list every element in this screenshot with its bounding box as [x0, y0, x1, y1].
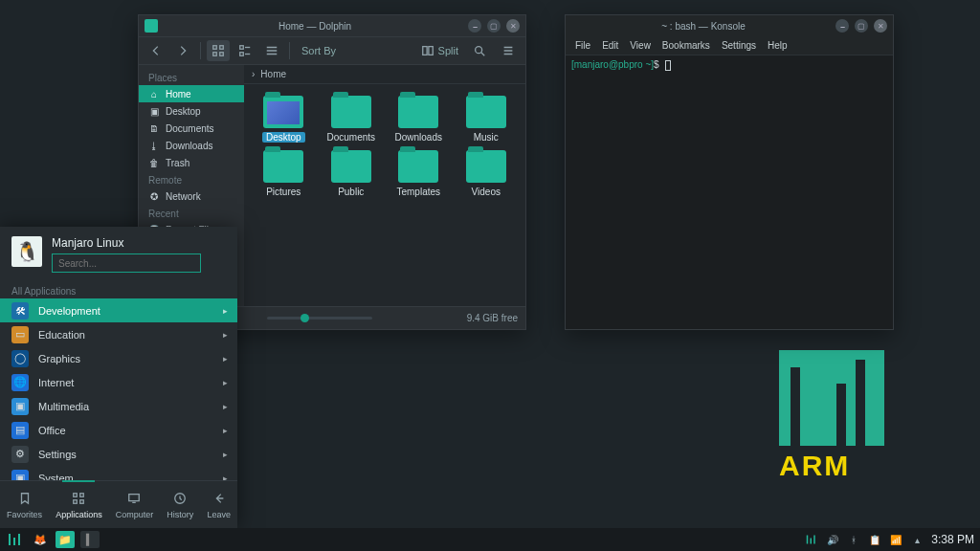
chevron-right-icon: ▸ [223, 306, 228, 316]
downloads-icon: ⭳ [148, 140, 160, 151]
folder-item-documents[interactable]: Documents [320, 96, 384, 143]
category-education[interactable]: ▭Education▸ [0, 322, 237, 346]
tab-computer[interactable]: Computer [116, 490, 154, 519]
folder-item-videos[interactable]: Videos [455, 150, 519, 197]
breadcrumb[interactable]: ›Home [244, 65, 525, 84]
terminal-area[interactable]: [manjaro@pbpro ~]$ [566, 55, 893, 329]
chevron-right-icon: ▸ [223, 474, 228, 481]
chevron-right-icon: ▸ [223, 426, 228, 435]
panel: 🦊 📁 ▍ 🔊 ᚼ 📋 📶 ▴ 3:38 PM [0, 528, 980, 551]
folder-icon [263, 150, 303, 183]
dolphin-app-icon [145, 19, 158, 33]
tray-clipboard-icon[interactable]: 📋 [868, 533, 881, 546]
app-launcher-button[interactable] [6, 531, 25, 548]
grid-icon [69, 490, 88, 507]
desktop-logo-text: ARM [779, 450, 884, 482]
places-item-desktop[interactable]: ▣Desktop [139, 102, 244, 120]
panel-clock[interactable]: 3:38 PM [931, 533, 974, 546]
multimedia-icon: ▣ [11, 398, 29, 415]
svg-rect-6 [422, 47, 426, 55]
konsole-titlebar[interactable]: ~ : bash — Konsole ‒ ▢ ✕ [566, 15, 893, 36]
close-button[interactable]: ✕ [874, 19, 887, 33]
folder-icon [263, 96, 303, 128]
folder-icon [398, 96, 438, 128]
category-internet[interactable]: 🌐Internet▸ [0, 370, 237, 394]
tray-volume-icon[interactable]: 🔊 [826, 533, 839, 546]
category-graphics[interactable]: ◯Graphics▸ [0, 346, 237, 370]
places-item-network[interactable]: ✪Network [139, 187, 244, 205]
folder-item-downloads[interactable]: Downloads [387, 96, 451, 143]
tab-favorites[interactable]: Favorites [7, 490, 42, 519]
taskbar-konsole[interactable]: ▍ [80, 531, 100, 548]
places-item-trash[interactable]: 🗑Trash [139, 154, 244, 171]
menu-view[interactable]: View [630, 40, 651, 51]
free-space: 9.4 GiB free [467, 313, 518, 323]
internet-icon: 🌐 [11, 374, 29, 391]
svg-rect-5 [240, 53, 244, 56]
menu-help[interactable]: Help [768, 40, 788, 51]
sort-by-button[interactable]: Sort By [296, 40, 342, 61]
chevron-right-icon: ▸ [223, 450, 228, 459]
category-settings[interactable]: ⚙Settings▸ [0, 442, 237, 466]
category-office[interactable]: ▤Office▸ [0, 418, 237, 442]
folder-item-music[interactable]: Music [455, 96, 519, 143]
application-launcher: 🐧 Manjaro Linux All Applications 🛠Develo… [0, 227, 237, 528]
svg-rect-7 [428, 47, 432, 55]
network-icon: ✪ [148, 190, 160, 202]
details-view-button[interactable] [260, 40, 283, 61]
office-icon: ▤ [11, 422, 29, 439]
svg-rect-10 [80, 494, 84, 497]
maximize-button[interactable]: ▢ [855, 19, 868, 33]
menu-settings[interactable]: Settings [722, 40, 756, 51]
remote-header: Remote [139, 171, 244, 187]
search-button[interactable] [468, 40, 491, 61]
places-item-downloads[interactable]: ⭳Downloads [139, 137, 244, 154]
taskbar-firefox[interactable]: 🦊 [31, 531, 50, 548]
svg-rect-13 [129, 495, 140, 501]
search-input[interactable] [52, 253, 201, 273]
places-item-documents[interactable]: 🗎Documents [139, 120, 244, 137]
tray-bluetooth-icon[interactable]: ᚼ [847, 533, 860, 546]
split-label: Split [438, 45, 458, 56]
dolphin-titlebar[interactable]: Home — Dolphin ‒ ▢ ✕ [139, 15, 525, 36]
category-system[interactable]: ▣System▸ [0, 466, 237, 480]
places-item-home[interactable]: ⌂Home [139, 85, 244, 102]
education-icon: ▭ [11, 326, 29, 343]
svg-rect-11 [74, 500, 78, 504]
folder-item-desktop[interactable]: Desktop [252, 96, 316, 143]
places-header: Places [139, 69, 244, 85]
prompt-user: [manjaro@pbpro ~] [571, 59, 654, 70]
tray-manjaro-icon[interactable] [805, 533, 818, 546]
icons-view-button[interactable] [207, 40, 230, 61]
category-multimedia[interactable]: ▣Multimedia▸ [0, 394, 237, 418]
split-button[interactable]: Split [417, 40, 462, 61]
menu-bookmarks[interactable]: Bookmarks [662, 40, 710, 51]
tray-expand-icon[interactable]: ▴ [910, 533, 924, 546]
minimize-button[interactable]: ‒ [835, 19, 849, 33]
category-development[interactable]: 🛠Development▸ [0, 298, 237, 322]
menu-file[interactable]: File [575, 40, 590, 51]
breadcrumb-segment[interactable]: Home [260, 69, 286, 79]
categories-header: All Applications [0, 282, 237, 298]
folder-item-pictures[interactable]: Pictures [252, 150, 316, 197]
svg-rect-9 [74, 494, 78, 497]
forward-button[interactable] [171, 40, 194, 61]
tab-history[interactable]: History [167, 490, 193, 519]
maximize-button[interactable]: ▢ [487, 19, 501, 33]
tray-network-icon[interactable]: 📶 [889, 533, 902, 546]
compact-view-button[interactable] [234, 40, 256, 61]
folder-item-templates[interactable]: Templates [387, 150, 451, 197]
taskbar-dolphin[interactable]: 📁 [56, 531, 75, 548]
folder-icon [466, 150, 506, 183]
user-avatar[interactable]: 🐧 [11, 236, 42, 267]
folder-item-public[interactable]: Public [320, 150, 384, 197]
close-button[interactable]: ✕ [506, 19, 520, 33]
menu-edit[interactable]: Edit [602, 40, 618, 51]
dolphin-toolbar: Sort By Split [139, 36, 525, 65]
bookmark-icon [15, 490, 34, 507]
tab-leave[interactable]: Leave [207, 490, 231, 519]
back-button[interactable] [145, 40, 167, 61]
hamburger-menu-button[interactable] [497, 40, 520, 61]
minimize-button[interactable]: ‒ [468, 19, 481, 33]
tab-applications[interactable]: Applications [56, 490, 102, 519]
